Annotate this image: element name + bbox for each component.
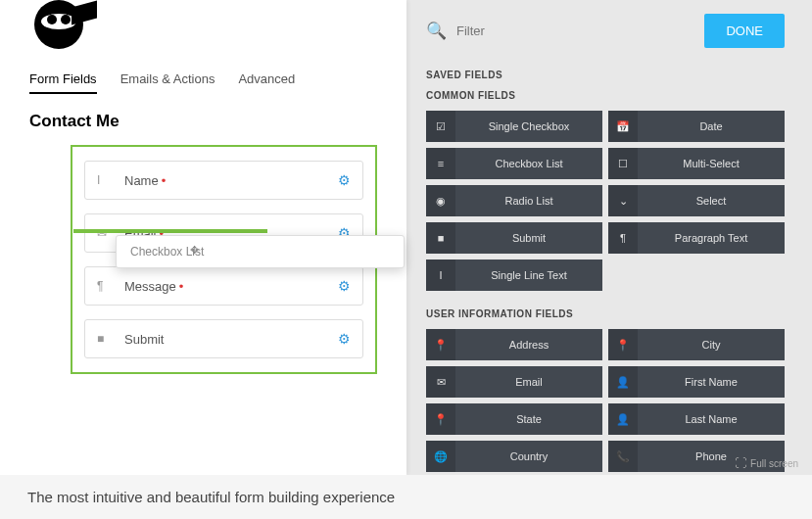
field-submit[interactable]: ■ Submit ⚙	[84, 319, 363, 358]
form-title: Contact Me	[0, 94, 406, 145]
dragging-field[interactable]: Checkbox List ✥	[116, 235, 405, 268]
field-type-icon: 📞	[608, 441, 638, 472]
form-builder-app: Form Fields Emails & Actions Advanced Co…	[0, 0, 812, 475]
field-type-button[interactable]: ◉Radio List	[426, 185, 602, 216]
done-button[interactable]: DONE	[704, 14, 785, 48]
field-label: Submit	[124, 332, 164, 347]
field-type-icon: 📍	[426, 329, 455, 360]
field-type-label: Single Line Text	[455, 269, 602, 281]
field-type-button[interactable]: ✉Email	[426, 366, 602, 398]
field-type-icon: 🌐	[426, 441, 455, 472]
field-type-icon: I	[426, 260, 455, 291]
field-type-icon: 📍	[426, 403, 455, 435]
tab-form-fields[interactable]: Form Fields	[29, 71, 97, 94]
filter-search: 🔍	[426, 21, 704, 41]
field-type-icon: ◉	[426, 185, 455, 216]
field-type-icon: ✉	[426, 366, 455, 398]
field-type-button[interactable]: ☑Single Checkbox	[426, 111, 602, 142]
field-type-icon: 📅	[608, 111, 638, 142]
tab-advanced[interactable]: Advanced	[238, 71, 295, 94]
right-panel: 🔍 DONE SAVED FIELDS COMMON FIELDS ☑Singl…	[406, 0, 812, 475]
field-type-button[interactable]: 📍City	[608, 329, 785, 360]
field-type-label: Country	[455, 450, 602, 462]
user-fields-grid: 📍Address📍City✉Email👤First Name📍State👤Las…	[426, 329, 785, 472]
field-type-label: Single Checkbox	[455, 120, 602, 132]
field-type-label: State	[455, 413, 602, 425]
field-type-icon: 📍	[608, 329, 638, 360]
toolbar: 🔍 DONE	[426, 14, 785, 48]
field-type-button[interactable]: 📍Address	[426, 329, 602, 360]
required-icon: •	[179, 279, 184, 294]
field-type-button[interactable]: 👤First Name	[608, 366, 785, 398]
common-fields-grid: ☑Single Checkbox📅Date≡Checkbox List☐Mult…	[426, 111, 785, 291]
field-name[interactable]: I Name• ⚙	[84, 161, 363, 200]
field-type-label: Multi-Select	[638, 158, 785, 169]
field-type-button[interactable]: ≡Checkbox List	[426, 148, 602, 179]
saved-fields-header: SAVED FIELDS	[426, 70, 785, 80]
paragraph-icon: ¶	[97, 279, 113, 293]
field-type-label: Radio List	[455, 195, 602, 207]
ninja-logo-icon	[34, 0, 83, 49]
field-type-button[interactable]: ■Submit	[426, 222, 602, 254]
filter-input[interactable]	[456, 24, 574, 38]
field-type-button[interactable]: ISingle Line Text	[426, 260, 602, 291]
search-icon: 🔍	[426, 21, 447, 41]
tabs: Form Fields Emails & Actions Advanced	[0, 54, 406, 94]
field-label: Name	[124, 173, 159, 188]
text-icon: I	[97, 173, 113, 187]
field-type-icon: 👤	[608, 366, 638, 398]
drop-indicator	[73, 229, 267, 233]
field-type-icon: 👤	[608, 403, 638, 435]
fullscreen-toggle[interactable]: Full screen	[735, 456, 798, 470]
common-fields-header: COMMON FIELDS	[426, 90, 785, 101]
field-type-icon: ¶	[608, 222, 638, 254]
field-type-button[interactable]: 🌐Country	[426, 441, 602, 472]
field-type-label: Checkbox List	[455, 158, 602, 169]
cursor-icon: ✥	[190, 244, 199, 257]
field-type-label: City	[638, 339, 785, 351]
required-icon: •	[162, 173, 167, 188]
field-type-label: Date	[638, 120, 785, 132]
field-message[interactable]: ¶ Message• ⚙	[84, 266, 363, 306]
field-type-button[interactable]: ☐Multi-Select	[608, 148, 785, 179]
field-label: Message	[124, 279, 176, 294]
field-type-icon: ⌄	[608, 185, 638, 216]
field-type-label: Last Name	[638, 413, 785, 425]
user-fields-header: USER INFORMATION FIELDS	[426, 308, 785, 319]
field-type-button[interactable]: 📍State	[426, 403, 602, 435]
field-type-label: Paragraph Text	[638, 232, 785, 244]
field-type-label: Email	[455, 376, 602, 388]
field-type-icon: ☑	[426, 111, 455, 142]
gear-icon[interactable]: ⚙	[338, 331, 351, 347]
field-type-label: Submit	[455, 232, 602, 244]
field-type-icon: ■	[426, 222, 455, 254]
field-type-label: Select	[638, 195, 785, 207]
gear-icon[interactable]: ⚙	[338, 172, 351, 188]
tab-emails-actions[interactable]: Emails & Actions	[120, 71, 215, 94]
field-type-label: Address	[455, 339, 602, 351]
field-type-button[interactable]: 👤Last Name	[608, 403, 785, 435]
field-type-icon: ≡	[426, 148, 455, 179]
caption: The most intuitive and beautiful form bu…	[0, 475, 812, 519]
field-type-button[interactable]: ¶Paragraph Text	[608, 222, 785, 254]
field-type-icon: ☐	[608, 148, 638, 179]
field-type-button[interactable]: 📅Date	[608, 111, 785, 142]
field-type-label: First Name	[638, 376, 785, 388]
field-type-button[interactable]: ⌄Select	[608, 185, 785, 216]
gear-icon[interactable]: ⚙	[338, 278, 351, 294]
submit-icon: ■	[97, 332, 113, 346]
